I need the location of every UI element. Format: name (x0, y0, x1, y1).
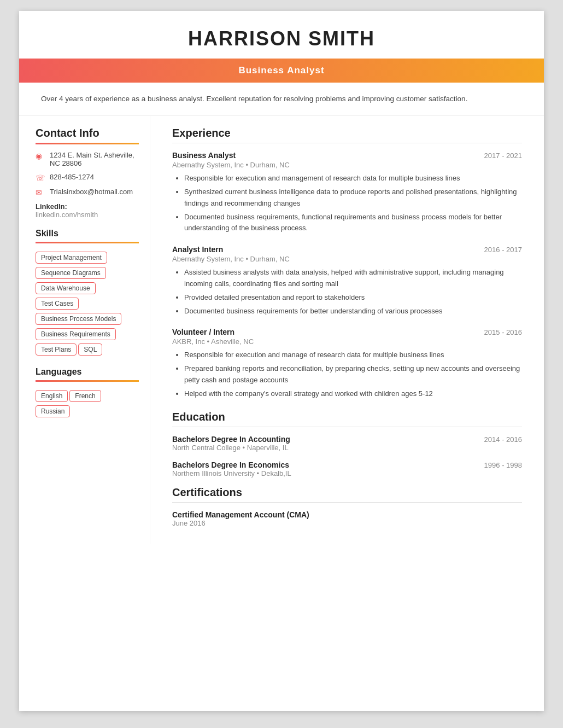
skill-tag: Test Cases (36, 298, 79, 310)
linkedin-url: linkedin.com/hsmith (36, 211, 139, 219)
skill-tag: Data Warehouse (36, 282, 96, 294)
experience-section-title: Experience (172, 127, 522, 139)
edu-degree: Bachelors Degree In Economics (172, 461, 289, 469)
edu-dates: 1996 - 1998 (484, 461, 522, 469)
exp-dates: 2015 - 2016 (484, 328, 522, 336)
edu-degree: Bachelors Degree In Accounting (172, 435, 290, 444)
skill-tag: Business Requirements (36, 328, 116, 340)
exp-bullet: Responsible for execution and management… (184, 173, 522, 184)
skill-tag: SQL (78, 343, 102, 356)
certifications-section-title: Certifications (172, 486, 522, 499)
candidate-name: HARRISON SMITH (30, 27, 533, 50)
contact-phone: ☏ 828-485-1274 (36, 173, 139, 182)
contact-email: ✉ Trialsinxbox@hotmail.com (36, 188, 139, 197)
exp-bullet: Documented business requirements, functi… (184, 212, 522, 235)
education-section-title: Education (172, 411, 522, 423)
exp-bullets: Responsible for execution and manage of … (172, 350, 522, 399)
experience-entry: Volunteer / Intern 2015 - 2016 AKBR, Inc… (172, 328, 522, 399)
edu-header: Bachelors Degree In Economics 1996 - 199… (172, 461, 522, 469)
edu-header: Bachelors Degree In Accounting 2014 - 20… (172, 435, 522, 444)
skills-divider (36, 242, 139, 243)
edu-school: Northern Illinois University • Dekalb,IL (172, 469, 522, 477)
exp-company: Abernathy System, Inc • Durham, NC (172, 255, 522, 263)
experience-entry: Business Analyst 2017 - 2021 Abernathy S… (172, 151, 522, 234)
header-name-section: HARRISON SMITH (19, 11, 544, 59)
sidebar: Contact Info ◉ 1234 E. Main St. Ashevill… (19, 116, 150, 543)
languages-divider (36, 380, 139, 382)
exp-title: Business Analyst (172, 151, 236, 160)
phone-text: 828-485-1274 (50, 173, 94, 181)
location-icon: ◉ (36, 152, 45, 160)
phone-icon: ☏ (36, 173, 45, 182)
language-tag: English (36, 390, 68, 402)
exp-company: Abernathy System, Inc • Durham, NC (172, 161, 522, 169)
skills-tags-container: Project ManagementSequence DiagramsData … (36, 250, 139, 357)
summary-section: Over 4 years of experience as a business… (19, 83, 544, 116)
skill-tag: Business Process Models (36, 313, 121, 325)
education-divider (172, 427, 522, 427)
resume-container: HARRISON SMITH Business Analyst Over 4 y… (19, 11, 544, 711)
education-entries: Bachelors Degree In Accounting 2014 - 20… (172, 435, 522, 477)
certification-entries: Certified Management Account (CMA) June … (172, 510, 522, 527)
main-content: Experience Business Analyst 2017 - 2021 … (150, 116, 544, 543)
exp-title: Volunteer / Intern (172, 328, 234, 336)
exp-bullets: Responsible for execution and management… (172, 173, 522, 234)
languages-tags-container: EnglishFrenchRussian (36, 388, 139, 419)
exp-bullet: Helped with the company's overall strate… (184, 388, 522, 400)
exp-company: AKBR, Inc • Asheville, NC (172, 337, 522, 346)
skills-section-title: Skills (36, 229, 139, 238)
exp-bullet: Documented business requirements for bet… (184, 306, 522, 317)
email-icon: ✉ (36, 188, 45, 197)
linkedin-block: LinkedIn: linkedin.com/hsmith (36, 202, 139, 219)
exp-bullet: Responsible for execution and manage of … (184, 350, 522, 361)
edu-dates: 2014 - 2016 (484, 435, 522, 444)
skill-tag: Test Plans (36, 343, 77, 356)
language-tag: French (69, 390, 101, 402)
contact-section-title: Contact Info (36, 127, 139, 139)
exp-title: Analyst Intern (172, 245, 223, 254)
address-text: 1234 E. Main St. Asheville, NC 28806 (50, 151, 139, 167)
job-title: Business Analyst (238, 65, 324, 75)
languages-section-title: Languages (36, 367, 139, 377)
certification-entry: Certified Management Account (CMA) June … (172, 510, 522, 527)
exp-bullet: Assisted business analysts with data ana… (184, 267, 522, 290)
language-tag: Russian (36, 405, 70, 417)
exp-bullet: Synthesized current business intelligenc… (184, 187, 522, 209)
exp-bullet: Provided detailed presentation and repor… (184, 292, 522, 304)
exp-dates: 2017 - 2021 (484, 152, 522, 160)
education-entry: Bachelors Degree In Accounting 2014 - 20… (172, 435, 522, 452)
email-text: Trialsinxbox@hotmail.com (50, 188, 133, 196)
skill-tag: Sequence Diagrams (36, 267, 106, 279)
exp-dates: 2016 - 2017 (484, 246, 522, 254)
skill-tag: Project Management (36, 252, 107, 264)
certifications-divider (172, 502, 522, 503)
title-bar: Business Analyst (19, 59, 544, 83)
exp-bullet: Prepared banking reports and reconciliat… (184, 363, 522, 386)
summary-text: Over 4 years of experience as a business… (41, 95, 467, 103)
cert-date: June 2016 (172, 519, 522, 527)
experience-entry: Analyst Intern 2016 - 2017 Abernathy Sys… (172, 245, 522, 317)
contact-address: ◉ 1234 E. Main St. Asheville, NC 28806 (36, 151, 139, 167)
contact-divider (36, 143, 139, 144)
exp-header: Business Analyst 2017 - 2021 (172, 151, 522, 160)
experience-divider (172, 143, 522, 143)
linkedin-label: LinkedIn: (36, 202, 139, 211)
cert-name: Certified Management Account (CMA) (172, 510, 522, 519)
exp-bullets: Assisted business analysts with data ana… (172, 267, 522, 317)
edu-school: North Central College • Naperville, IL (172, 444, 522, 452)
exp-header: Analyst Intern 2016 - 2017 (172, 245, 522, 254)
exp-header: Volunteer / Intern 2015 - 2016 (172, 328, 522, 336)
experience-entries: Business Analyst 2017 - 2021 Abernathy S… (172, 151, 522, 399)
body-layout: Contact Info ◉ 1234 E. Main St. Ashevill… (19, 116, 544, 543)
education-entry: Bachelors Degree In Economics 1996 - 199… (172, 461, 522, 477)
